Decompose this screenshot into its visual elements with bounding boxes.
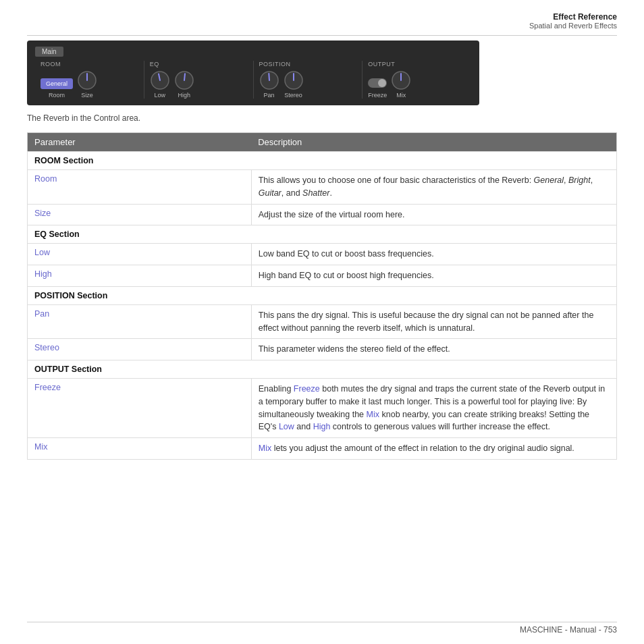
param-name: Freeze	[34, 383, 61, 392]
col-desc: Description	[251, 133, 616, 152]
high-knob[interactable]	[174, 70, 194, 90]
freeze-knob-label: Freeze	[368, 92, 387, 99]
size-knob[interactable]	[77, 70, 97, 90]
freeze-knob-group: Freeze	[368, 78, 387, 99]
pan-knob[interactable]	[259, 70, 279, 90]
widget-caption: The Reverb in the Control area.	[27, 113, 617, 123]
stereo-knob[interactable]	[284, 70, 304, 90]
low-knob-label: Low	[154, 92, 165, 99]
param-name: Mix	[34, 442, 47, 452]
size-knob-label: Size	[81, 92, 93, 99]
table-section-row: ROOM Section	[28, 152, 617, 170]
table-section-row: EQ Section	[28, 225, 617, 244]
param-name-cell: Room	[28, 170, 252, 205]
header-title: Effect Reference	[529, 12, 617, 22]
low-knob-group: Low	[150, 70, 170, 99]
param-desc-cell: High band EQ to cut or boost high freque…	[251, 265, 616, 287]
table-row: RoomThis allows you to choose one of fou…	[28, 170, 617, 205]
param-desc-cell: This allows you to choose one of four ba…	[251, 170, 616, 205]
room-section-label: ROOM	[41, 61, 138, 68]
param-name-cell: Freeze	[28, 379, 252, 438]
freeze-toggle[interactable]	[368, 78, 387, 88]
table-row: LowLow band EQ to cut or boost bass freq…	[28, 244, 617, 265]
param-desc-cell: Mix lets you adjust the amount of the ef…	[251, 438, 616, 460]
param-name: Low	[34, 248, 50, 257]
table-row: PanThis pans the dry signal. This is use…	[28, 304, 617, 339]
position-knobs: Pan Stereo	[259, 70, 357, 99]
mix-knob-group: Mix	[391, 70, 411, 99]
size-knob-group: Size	[77, 70, 97, 99]
reverb-widget: Main ROOM General Room Size	[27, 41, 479, 105]
pan-knob-label: Pan	[263, 92, 274, 99]
room-knob-group: General Room	[41, 78, 73, 99]
table-row: HighHigh band EQ to cut or boost high fr…	[28, 265, 617, 287]
header-subtitle: Spatial and Reverb Effects	[529, 22, 617, 30]
param-name-cell: High	[28, 265, 252, 287]
param-name: High	[34, 269, 52, 279]
stereo-knob-group: Stereo	[284, 70, 304, 99]
param-table: Parameter Description ROOM SectionRoomTh…	[27, 132, 617, 460]
table-row: FreezeEnabling Freeze both mutes the dry…	[28, 379, 617, 438]
toggle-thumb	[378, 79, 386, 87]
param-desc-cell: Enabling Freeze both mutes the dry signa…	[251, 379, 616, 438]
param-name: Stereo	[34, 343, 59, 352]
page-header: Effect Reference Spatial and Reverb Effe…	[529, 12, 617, 30]
high-knob-label: High	[178, 92, 190, 99]
widget-section-room: ROOM General Room Size	[35, 61, 144, 99]
room-selector[interactable]: General	[41, 78, 73, 89]
widget-sections: ROOM General Room Size	[35, 61, 471, 99]
param-desc-cell: Low band EQ to cut or boost bass frequen…	[251, 244, 616, 265]
section-label: POSITION Section	[28, 286, 617, 304]
widget-section-eq: EQ Low High	[144, 61, 254, 99]
table-row: MixMix lets you adjust the amount of the…	[28, 438, 617, 460]
widget-section-position: POSITION Pan Stereo	[254, 61, 363, 99]
header-rule	[27, 35, 617, 36]
position-section-label: POSITION	[259, 61, 357, 68]
param-name: Size	[34, 209, 51, 218]
footer-text: MASCHINE - Manual - 753	[520, 625, 617, 635]
mix-knob-label: Mix	[396, 92, 406, 99]
param-name-cell: Pan	[28, 304, 252, 339]
param-desc-cell: Adjust the size of the virtual room here…	[251, 204, 616, 225]
pan-knob-group: Pan	[259, 70, 279, 99]
main-content: Main ROOM General Room Size	[27, 41, 617, 617]
table-section-row: OUTPUT Section	[28, 360, 617, 379]
param-name-cell: Mix	[28, 438, 252, 460]
table-row: SizeAdjust the size of the virtual room …	[28, 204, 617, 225]
param-name-cell: Size	[28, 204, 252, 225]
param-desc-cell: This parameter widens the stereo field o…	[251, 339, 616, 360]
eq-knobs: Low High	[150, 70, 248, 99]
widget-section-output: OUTPUT Freeze Mix	[363, 61, 471, 99]
output-knobs: Freeze Mix	[368, 70, 466, 99]
stereo-knob-label: Stereo	[284, 92, 302, 99]
footer-rule	[27, 622, 617, 622]
eq-section-label: EQ	[150, 61, 248, 68]
param-desc-cell: This pans the dry signal. This is useful…	[251, 304, 616, 339]
output-section-label: OUTPUT	[368, 61, 466, 68]
param-name-cell: Low	[28, 244, 252, 265]
param-name: Pan	[34, 309, 49, 319]
param-name-cell: Stereo	[28, 339, 252, 360]
table-section-row: POSITION Section	[28, 286, 617, 304]
section-label: EQ Section	[28, 225, 617, 244]
room-knobs: General Room Size	[41, 70, 138, 99]
high-knob-group: High	[174, 70, 194, 99]
low-knob[interactable]	[150, 70, 170, 90]
mix-knob[interactable]	[391, 70, 411, 90]
widget-tab[interactable]: Main	[35, 47, 63, 57]
section-label: OUTPUT Section	[28, 360, 617, 379]
table-row: StereoThis parameter widens the stereo f…	[28, 339, 617, 360]
param-name: Room	[34, 174, 57, 184]
col-param: Parameter	[28, 133, 252, 152]
room-knob-label: Room	[49, 92, 65, 99]
section-label: ROOM Section	[28, 152, 617, 170]
